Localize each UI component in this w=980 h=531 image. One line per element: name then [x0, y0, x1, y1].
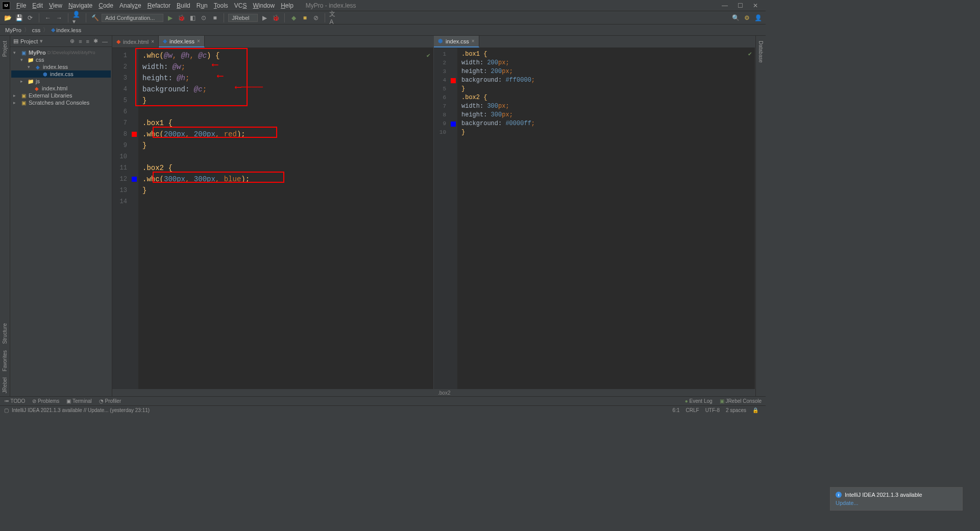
jrebel-debug-icon[interactable]: 🐞: [271, 13, 280, 22]
breadcrumb-root[interactable]: MyPro: [5, 27, 21, 33]
menu-help[interactable]: Help: [278, 1, 297, 10]
code-right[interactable]: ✔ .box1 { width: 200px; height: 200px; b…: [457, 48, 755, 389]
tree-external[interactable]: ▸▣External Libraries: [11, 92, 111, 99]
tree-css-folder[interactable]: ▾📁css: [11, 56, 111, 63]
main-area: Project Structure Favorites JRebel ▤ Pro…: [0, 36, 766, 396]
breadcrumb-folder[interactable]: css: [32, 27, 41, 33]
bottom-tab-jrebel-console[interactable]: ▣ JRebel Console: [720, 398, 762, 404]
jrebel-run-icon[interactable]: ▶: [260, 13, 269, 22]
menu-code[interactable]: Code: [95, 1, 116, 10]
hide-icon[interactable]: ―: [101, 38, 109, 44]
misc-icon-3[interactable]: ⊘: [311, 13, 321, 22]
minimize-button[interactable]: ―: [720, 2, 730, 9]
project-panel-header: ▤ Project ▾ ⊕ ≡ ≡ ✱ ―: [10, 36, 112, 47]
less-icon: ◆: [51, 27, 55, 33]
settings-icon[interactable]: ⚙: [742, 13, 751, 22]
bottom-tab-profiler[interactable]: ◔ Profiler: [99, 398, 121, 404]
css-icon: ⬢: [438, 38, 443, 44]
jrebel-combo[interactable]: JRebel: [228, 14, 258, 22]
close-icon[interactable]: ×: [197, 38, 200, 44]
tool-tab-project[interactable]: Project: [1, 38, 9, 60]
bottom-tab-problems[interactable]: ⊘ Problems: [32, 398, 59, 404]
menu-analyze[interactable]: Analyze: [116, 1, 144, 10]
coverage-icon[interactable]: ◧: [188, 13, 197, 22]
status-bar: ▢ IntelliJ IDEA 2021.1.3 available // Up…: [0, 405, 766, 415]
menu-edit[interactable]: Edit: [29, 1, 46, 10]
refresh-icon[interactable]: ⟳: [26, 13, 35, 22]
back-icon[interactable]: ←: [43, 13, 53, 22]
close-icon[interactable]: ×: [151, 39, 154, 44]
editor-breadcrumb: [112, 389, 433, 396]
run-config-combo[interactable]: Add Configuration...: [102, 14, 163, 22]
tree-html-file[interactable]: ◆index.html: [11, 85, 111, 92]
status-box-icon[interactable]: ▢: [4, 407, 9, 413]
profile-icon[interactable]: ⊙: [199, 13, 208, 22]
tool-tab-favorites[interactable]: Favorites: [1, 347, 9, 374]
misc-icon-2[interactable]: ■: [300, 13, 309, 22]
menu-view[interactable]: View: [46, 1, 65, 10]
tree-css-file[interactable]: ⬢index.css: [11, 70, 111, 78]
window-title: MyPro - index.less: [297, 2, 720, 9]
status-encoding[interactable]: UTF-8: [702, 407, 723, 413]
line-gutter: 1234567891011121314: [112, 48, 130, 389]
status-message: IntelliJ IDEA 2021.1.3 available // Upda…: [9, 407, 153, 413]
menu-tools[interactable]: Tools: [211, 1, 231, 10]
status-cursor[interactable]: 6:1: [670, 407, 683, 413]
menu-refactor[interactable]: Refactor: [144, 1, 174, 10]
less-icon: ◆: [163, 38, 167, 44]
code-left[interactable]: ✔ .whc(@w, @h, @c) { width: @w; height: …: [138, 48, 433, 389]
close-icon[interactable]: ×: [472, 38, 475, 44]
search-icon[interactable]: 🔍: [731, 13, 740, 22]
project-panel-icon: ▤: [13, 38, 18, 44]
status-indent[interactable]: 2 spaces: [723, 407, 749, 413]
color-swatch-blue: [132, 177, 137, 182]
expand-icon[interactable]: ≡: [78, 38, 83, 44]
left-tool-strip: Project Structure Favorites JRebel: [0, 36, 10, 396]
bottom-tab-terminal[interactable]: ▣ Terminal: [66, 398, 91, 404]
save-icon[interactable]: 💾: [14, 13, 23, 22]
tool-tab-jrebel[interactable]: JRebel: [1, 374, 9, 396]
run-icon[interactable]: ▶: [165, 13, 175, 22]
menu-build[interactable]: Build: [174, 1, 193, 10]
editor-right-body[interactable]: 12345678910 ✔ .box1 { width: 200px; heig…: [434, 48, 755, 389]
tab-index-css[interactable]: ⬢ index.css ×: [434, 36, 479, 47]
avatar-icon[interactable]: 👤: [753, 13, 763, 22]
tree-scratches[interactable]: ▸▣Scratches and Consoles: [11, 99, 111, 106]
tool-tab-structure[interactable]: Structure: [1, 320, 9, 347]
user-icon[interactable]: 👤▾: [72, 13, 82, 22]
locate-icon[interactable]: ⊕: [69, 38, 76, 44]
misc-icon-1[interactable]: ◆: [289, 13, 298, 22]
menu-bar: IJ File Edit View Navigate Code Analyze …: [0, 0, 766, 11]
bottom-tab-todo[interactable]: ≔ TODO: [4, 398, 25, 404]
project-panel-title[interactable]: Project: [20, 38, 38, 44]
tab-index-less[interactable]: ◆ index.less ×: [159, 36, 205, 47]
forward-icon[interactable]: →: [55, 13, 64, 22]
debug-icon[interactable]: 🐞: [177, 13, 186, 22]
menu-vcs[interactable]: VCS: [231, 1, 250, 10]
status-lock-icon[interactable]: 🔒: [749, 407, 762, 413]
tab-index-html[interactable]: ◆ index.html ×: [112, 36, 159, 47]
status-line-sep[interactable]: CRLF: [683, 407, 702, 413]
translate-icon[interactable]: 文A: [329, 13, 338, 22]
bottom-tab-eventlog[interactable]: ● Event Log: [685, 398, 713, 404]
tool-tab-database[interactable]: Database: [757, 38, 765, 66]
tree-js-folder[interactable]: ▸📁js: [11, 78, 111, 85]
color-swatch-blue: [451, 122, 456, 127]
stop-icon[interactable]: ■: [210, 13, 219, 22]
menu-navigate[interactable]: Navigate: [65, 1, 95, 10]
menu-run[interactable]: Run: [193, 1, 211, 10]
check-icon: ✔: [427, 50, 430, 61]
close-button[interactable]: ✕: [750, 2, 761, 9]
editor-left-body[interactable]: 1234567891011121314 ✔ .whc(@w, @h, @c) {…: [112, 48, 433, 389]
build-icon[interactable]: 🔨: [90, 13, 100, 22]
tree-root[interactable]: ▾▣ MyPro D:\Develop\Web\MyPro: [11, 49, 111, 56]
tree-less-file[interactable]: ▾◆index.less: [11, 63, 111, 70]
menu-window[interactable]: Window: [250, 1, 278, 10]
settings-icon[interactable]: ✱: [92, 38, 99, 44]
breadcrumb-file[interactable]: index.less: [56, 27, 81, 33]
menu-file[interactable]: File: [13, 1, 29, 10]
collapse-icon[interactable]: ≡: [85, 38, 90, 44]
open-icon[interactable]: 📂: [3, 13, 12, 22]
check-icon: ✔: [748, 50, 752, 59]
maximize-button[interactable]: ☐: [735, 2, 745, 9]
